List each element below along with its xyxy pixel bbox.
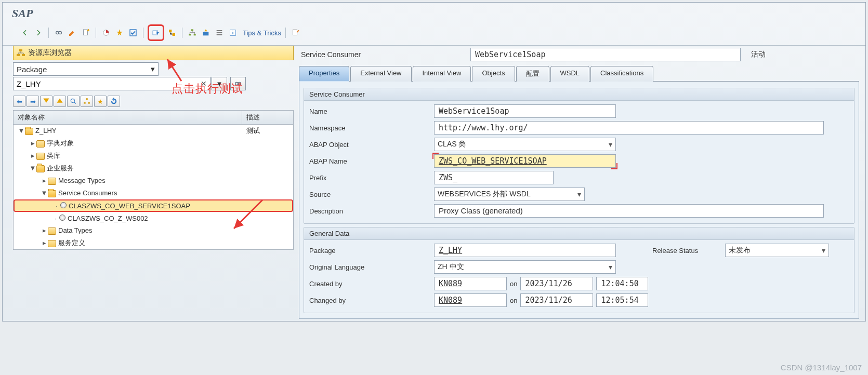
folder-closed-icon: [48, 227, 56, 235]
package-field[interactable]: Z_LHY: [434, 244, 616, 257]
hierarchy-icon[interactable]: [187, 27, 198, 38]
abap-object-label: ABAP Object: [309, 141, 434, 149]
expander-icon[interactable]: ▸: [29, 152, 36, 159]
created-by-field[interactable]: KN089: [434, 277, 507, 290]
info-icon[interactable]: i: [227, 27, 239, 38]
description-field[interactable]: Proxy Class (generated): [434, 204, 824, 218]
created-time-field: 12:04:50: [596, 277, 648, 290]
package-label: Package: [309, 247, 434, 255]
edit-note-icon[interactable]: [290, 27, 301, 38]
svg-rect-23: [88, 102, 90, 104]
group-title-sc: Service Consumer: [304, 88, 854, 101]
collapse-icon[interactable]: [54, 96, 66, 107]
tab-external-view[interactable]: External View: [350, 66, 411, 82]
execute-icon[interactable]: [150, 27, 162, 38]
orig-lang-select[interactable]: ZH 中文▾: [434, 260, 616, 274]
tree-label: CLASZWS_CO_WEB_SERVICE1SOAP: [69, 202, 190, 210]
abap-name-label: ABAP Name: [309, 157, 434, 165]
folder-closed-icon: [36, 140, 45, 148]
svg-rect-2: [83, 30, 87, 35]
svg-rect-16: [17, 54, 20, 56]
expander-icon[interactable]: ·: [53, 202, 60, 210]
properties-panel: Service Consumer NameWebService1Soap Nam…: [299, 82, 859, 319]
svg-rect-22: [84, 102, 86, 104]
expander-icon[interactable]: ·: [52, 215, 59, 222]
refresh-icon[interactable]: [108, 96, 120, 107]
name-label: Name: [309, 108, 434, 115]
favorite-icon[interactable]: ★: [94, 96, 107, 107]
where-used-icon[interactable]: [166, 27, 178, 38]
find-icon[interactable]: [67, 96, 80, 107]
list-icon[interactable]: [214, 27, 225, 38]
tab-classifications[interactable]: Classifications: [590, 66, 653, 82]
svg-rect-10: [194, 34, 196, 35]
object-type-label: Service Consumer: [299, 50, 465, 59]
svg-rect-17: [22, 54, 25, 56]
object-type-select[interactable]: Package▾: [13, 62, 159, 76]
tab-objects[interactable]: Objects: [472, 66, 515, 82]
tree-row[interactable]: ▸Message Types: [14, 175, 293, 187]
expander-icon[interactable]: ▸: [41, 226, 48, 234]
svg-point-0: [56, 31, 59, 34]
name-field: WebService1Soap: [434, 104, 616, 118]
repository-browser-title: 资源库浏览器: [28, 48, 72, 58]
column-description[interactable]: 描述: [242, 111, 293, 124]
release-status-select[interactable]: 未发布▾: [725, 244, 829, 257]
svg-text:i: i: [232, 30, 234, 35]
expander-icon[interactable]: ▼: [41, 189, 48, 197]
tree-label: 类库: [47, 152, 60, 159]
tree-toolbar: ⬅ ➡ ★: [13, 96, 294, 107]
execute-highlight: [148, 24, 164, 41]
tree-desc: 测试: [242, 126, 293, 136]
tree-row[interactable]: ▸类库: [14, 150, 293, 162]
forward-icon[interactable]: [33, 27, 44, 38]
hierarchy-tool-icon[interactable]: [81, 96, 93, 107]
expander-icon[interactable]: ▸: [41, 177, 48, 184]
tree-row[interactable]: ▼企业服务: [14, 162, 293, 175]
tips-link[interactable]: Tips & Tricks: [243, 29, 281, 37]
object-icon: [59, 215, 65, 221]
pencil-icon[interactable]: [67, 27, 78, 38]
on-label: on: [510, 280, 517, 288]
tree-label: Z_LHY: [35, 127, 56, 135]
folder-closed-icon: [48, 178, 56, 185]
svg-rect-21: [86, 98, 88, 100]
tab-strip: PropertiesExternal ViewInternal ViewObje…: [299, 65, 859, 82]
tree-label: 企业服务: [47, 164, 74, 172]
tree-row[interactable]: ▸服务定义: [14, 237, 293, 249]
tab-wsdl[interactable]: WSDL: [550, 66, 590, 82]
abap-name-field[interactable]: ZWS_CO_WEB_SERVICE1SOAP: [434, 154, 616, 168]
expander-icon[interactable]: ▸: [29, 139, 36, 147]
changed-by-field[interactable]: KN089: [434, 293, 507, 307]
tree-label: Service Consumers: [58, 189, 117, 197]
expander-icon[interactable]: ▸: [41, 239, 48, 247]
nav-fwd-icon[interactable]: ➡: [27, 96, 39, 107]
expand-icon[interactable]: [40, 96, 52, 107]
nav-back-icon[interactable]: ⬅: [13, 96, 25, 107]
pie-icon[interactable]: [100, 27, 112, 38]
prefix-field[interactable]: ZWS_: [434, 171, 554, 184]
back-icon[interactable]: [19, 27, 31, 38]
annotation-arrow-toolbar: [163, 56, 184, 82]
regenerate-icon[interactable]: [200, 27, 212, 38]
glasses-icon[interactable]: [53, 27, 64, 38]
created-date-field: 2023/11/26: [520, 277, 593, 290]
abap-object-select[interactable]: CLAS 类▾: [434, 138, 616, 151]
check-icon[interactable]: [127, 27, 139, 38]
expander-icon[interactable]: ▼: [29, 164, 36, 172]
new-icon[interactable]: [80, 27, 91, 38]
tab-internal-view[interactable]: Internal View: [413, 66, 471, 82]
description-label: Description: [309, 207, 434, 215]
expander-icon[interactable]: ▼: [18, 127, 25, 135]
column-object-name[interactable]: 对象名称: [14, 111, 242, 124]
created-by-label: Created by: [309, 280, 434, 288]
tree-row[interactable]: ▸字典对象: [14, 137, 293, 150]
activate-icon[interactable]: [114, 27, 125, 38]
tab-properties[interactable]: Properties: [299, 66, 349, 82]
svg-point-20: [71, 99, 74, 102]
tree-label: CLASZWS_CO_Z_WS002: [68, 215, 148, 222]
source-select[interactable]: WEBSERVICES 外部 WSDL▾: [434, 188, 585, 201]
svg-rect-15: [19, 49, 22, 51]
tab-配置[interactable]: 配置: [516, 66, 549, 82]
tree-row[interactable]: ▼Z_LHY测试: [14, 125, 293, 137]
